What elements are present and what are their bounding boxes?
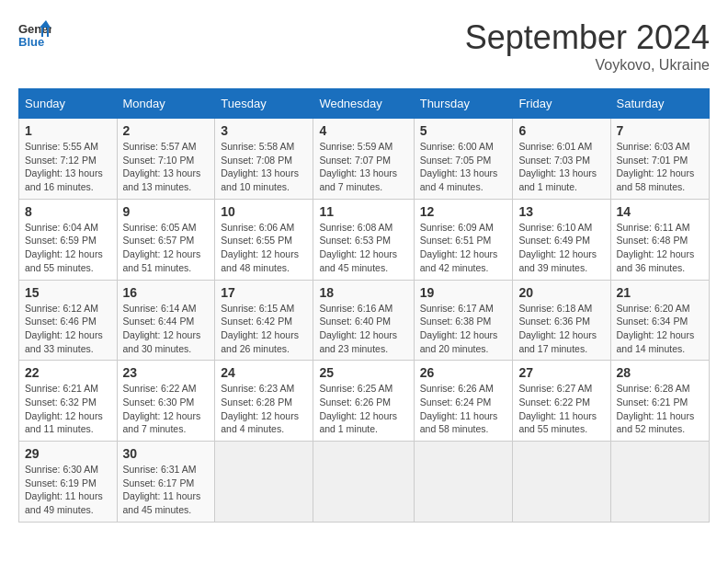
day-number: 29	[25, 446, 111, 461]
day-number: 3	[221, 123, 307, 138]
calendar-cell: 26Sunrise: 6:26 AMSunset: 6:24 PMDayligh…	[414, 361, 513, 442]
day-info: Sunrise: 6:12 AMSunset: 6:46 PMDaylight:…	[25, 302, 111, 356]
calendar-cell	[215, 442, 313, 523]
day-info: Sunrise: 6:10 AMSunset: 6:49 PMDaylight:…	[518, 221, 604, 275]
day-number: 20	[518, 285, 604, 300]
day-info: Sunrise: 6:01 AMSunset: 7:03 PMDaylight:…	[518, 140, 604, 194]
calendar-cell: 20Sunrise: 6:18 AMSunset: 6:36 PMDayligh…	[513, 280, 610, 361]
week-row-4: 22Sunrise: 6:21 AMSunset: 6:32 PMDayligh…	[19, 361, 710, 442]
day-number: 27	[518, 365, 604, 380]
day-info: Sunrise: 6:18 AMSunset: 6:36 PMDaylight:…	[518, 302, 604, 356]
day-info: Sunrise: 6:16 AMSunset: 6:40 PMDaylight:…	[319, 302, 407, 356]
day-info: Sunrise: 6:22 AMSunset: 6:30 PMDaylight:…	[123, 382, 210, 436]
header-friday: Friday	[513, 89, 610, 119]
day-number: 6	[518, 123, 604, 138]
calendar-cell: 10Sunrise: 6:06 AMSunset: 6:55 PMDayligh…	[215, 199, 313, 280]
day-info: Sunrise: 6:04 AMSunset: 6:59 PMDaylight:…	[25, 221, 111, 275]
day-info: Sunrise: 6:26 AMSunset: 6:24 PMDaylight:…	[420, 382, 507, 436]
day-number: 5	[420, 123, 507, 138]
day-info: Sunrise: 6:15 AMSunset: 6:42 PMDaylight:…	[221, 302, 307, 356]
calendar-cell: 13Sunrise: 6:10 AMSunset: 6:49 PMDayligh…	[513, 199, 610, 280]
day-number: 28	[617, 365, 704, 380]
calendar-cell	[414, 442, 513, 523]
calendar-table: SundayMondayTuesdayWednesdayThursdayFrid…	[18, 88, 710, 523]
calendar-cell: 24Sunrise: 6:23 AMSunset: 6:28 PMDayligh…	[215, 361, 313, 442]
calendar-cell: 14Sunrise: 6:11 AMSunset: 6:48 PMDayligh…	[610, 199, 710, 280]
calendar-cell: 4Sunrise: 5:59 AMSunset: 7:07 PMDaylight…	[313, 119, 414, 200]
day-info: Sunrise: 6:31 AMSunset: 6:17 PMDaylight:…	[123, 463, 210, 517]
day-number: 25	[319, 365, 407, 380]
calendar-cell: 29Sunrise: 6:30 AMSunset: 6:19 PMDayligh…	[19, 442, 118, 523]
calendar-cell: 28Sunrise: 6:28 AMSunset: 6:21 PMDayligh…	[610, 361, 710, 442]
day-number: 14	[617, 204, 704, 219]
day-info: Sunrise: 6:23 AMSunset: 6:28 PMDaylight:…	[221, 382, 307, 436]
header-monday: Monday	[117, 89, 215, 119]
header-row: SundayMondayTuesdayWednesdayThursdayFrid…	[19, 89, 710, 119]
location-subtitle: Voykovo, Ukraine	[465, 57, 710, 74]
calendar-cell: 25Sunrise: 6:25 AMSunset: 6:26 PMDayligh…	[313, 361, 414, 442]
day-number: 2	[123, 123, 210, 138]
day-info: Sunrise: 6:00 AMSunset: 7:05 PMDaylight:…	[420, 140, 507, 194]
header-saturday: Saturday	[610, 89, 710, 119]
calendar-cell: 12Sunrise: 6:09 AMSunset: 6:51 PMDayligh…	[414, 199, 513, 280]
logo: General Blue	[18, 18, 51, 57]
day-number: 4	[319, 123, 407, 138]
day-info: Sunrise: 5:59 AMSunset: 7:07 PMDaylight:…	[319, 140, 407, 194]
day-info: Sunrise: 6:05 AMSunset: 6:57 PMDaylight:…	[123, 221, 210, 275]
calendar-cell: 19Sunrise: 6:17 AMSunset: 6:38 PMDayligh…	[414, 280, 513, 361]
header-wednesday: Wednesday	[313, 89, 414, 119]
calendar-cell: 9Sunrise: 6:05 AMSunset: 6:57 PMDaylight…	[117, 199, 215, 280]
week-row-1: 1Sunrise: 5:55 AMSunset: 7:12 PMDaylight…	[19, 119, 710, 200]
calendar-cell: 5Sunrise: 6:00 AMSunset: 7:05 PMDaylight…	[414, 119, 513, 200]
day-info: Sunrise: 6:11 AMSunset: 6:48 PMDaylight:…	[617, 221, 704, 275]
svg-text:Blue: Blue	[18, 35, 44, 49]
day-number: 30	[123, 446, 210, 461]
calendar-cell: 11Sunrise: 6:08 AMSunset: 6:53 PMDayligh…	[313, 199, 414, 280]
header-sunday: Sunday	[19, 89, 118, 119]
calendar-cell: 22Sunrise: 6:21 AMSunset: 6:32 PMDayligh…	[19, 361, 118, 442]
calendar-cell: 18Sunrise: 6:16 AMSunset: 6:40 PMDayligh…	[313, 280, 414, 361]
calendar-cell	[513, 442, 610, 523]
day-info: Sunrise: 6:17 AMSunset: 6:38 PMDaylight:…	[420, 302, 507, 356]
day-info: Sunrise: 5:55 AMSunset: 7:12 PMDaylight:…	[25, 140, 111, 194]
week-row-5: 29Sunrise: 6:30 AMSunset: 6:19 PMDayligh…	[19, 442, 710, 523]
week-row-3: 15Sunrise: 6:12 AMSunset: 6:46 PMDayligh…	[19, 280, 710, 361]
day-number: 11	[319, 204, 407, 219]
day-number: 19	[420, 285, 507, 300]
day-number: 7	[617, 123, 704, 138]
header-tuesday: Tuesday	[215, 89, 313, 119]
day-info: Sunrise: 6:20 AMSunset: 6:34 PMDaylight:…	[617, 302, 704, 356]
day-info: Sunrise: 6:09 AMSunset: 6:51 PMDaylight:…	[420, 221, 507, 275]
calendar-cell	[313, 442, 414, 523]
calendar-cell: 27Sunrise: 6:27 AMSunset: 6:22 PMDayligh…	[513, 361, 610, 442]
day-info: Sunrise: 6:03 AMSunset: 7:01 PMDaylight:…	[617, 140, 704, 194]
day-number: 22	[25, 365, 111, 380]
day-info: Sunrise: 5:58 AMSunset: 7:08 PMDaylight:…	[221, 140, 307, 194]
header: General Blue September 2024 Voykovo, Ukr…	[18, 18, 710, 74]
header-thursday: Thursday	[414, 89, 513, 119]
calendar-cell: 15Sunrise: 6:12 AMSunset: 6:46 PMDayligh…	[19, 280, 118, 361]
day-info: Sunrise: 6:28 AMSunset: 6:21 PMDaylight:…	[617, 382, 704, 436]
day-info: Sunrise: 6:30 AMSunset: 6:19 PMDaylight:…	[25, 463, 111, 517]
calendar-cell	[610, 442, 710, 523]
calendar-cell: 3Sunrise: 5:58 AMSunset: 7:08 PMDaylight…	[215, 119, 313, 200]
day-info: Sunrise: 6:08 AMSunset: 6:53 PMDaylight:…	[319, 221, 407, 275]
month-title: September 2024	[465, 18, 710, 57]
day-number: 15	[25, 285, 111, 300]
day-number: 10	[221, 204, 307, 219]
day-number: 1	[25, 123, 111, 138]
day-number: 12	[420, 204, 507, 219]
day-number: 9	[123, 204, 210, 219]
day-info: Sunrise: 6:25 AMSunset: 6:26 PMDaylight:…	[319, 382, 407, 436]
title-area: September 2024 Voykovo, Ukraine	[465, 18, 710, 74]
calendar-cell: 6Sunrise: 6:01 AMSunset: 7:03 PMDaylight…	[513, 119, 610, 200]
day-number: 17	[221, 285, 307, 300]
calendar-cell: 16Sunrise: 6:14 AMSunset: 6:44 PMDayligh…	[117, 280, 215, 361]
day-number: 16	[123, 285, 210, 300]
day-number: 18	[319, 285, 407, 300]
day-info: Sunrise: 6:06 AMSunset: 6:55 PMDaylight:…	[221, 221, 307, 275]
calendar-cell: 7Sunrise: 6:03 AMSunset: 7:01 PMDaylight…	[610, 119, 710, 200]
week-row-2: 8Sunrise: 6:04 AMSunset: 6:59 PMDaylight…	[19, 199, 710, 280]
calendar-cell: 17Sunrise: 6:15 AMSunset: 6:42 PMDayligh…	[215, 280, 313, 361]
calendar-cell: 21Sunrise: 6:20 AMSunset: 6:34 PMDayligh…	[610, 280, 710, 361]
